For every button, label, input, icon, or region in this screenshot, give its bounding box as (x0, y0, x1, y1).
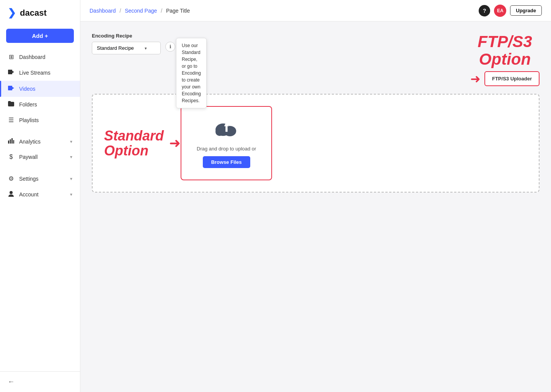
svg-rect-5 (10, 139, 11, 144)
chevron-down-icon: ▾ (70, 176, 72, 181)
standard-option-annotation: StandardOption ➜ (104, 128, 181, 158)
topbar: Dashboard / Second Page / Page Title ? E… (80, 0, 551, 21)
svg-rect-0 (8, 70, 12, 74)
browse-files-button[interactable]: Browse Files (203, 156, 250, 168)
breadcrumb: Dashboard / Second Page / Page Title (90, 8, 190, 14)
sidebar-item-label: Settings (19, 176, 39, 182)
sidebar-item-folders[interactable]: Folders (0, 97, 80, 112)
breadcrumb-dashboard[interactable]: Dashboard (90, 8, 116, 14)
sidebar-item-label: Analytics (19, 139, 41, 145)
topbar-right: ? EA Upgrade (479, 5, 542, 17)
sidebar-item-playlists[interactable]: ☰ Playlists (0, 112, 80, 128)
ftp-arrow-icon: ➜ (470, 72, 481, 86)
videos-icon (8, 85, 15, 93)
svg-point-12 (215, 128, 224, 136)
svg-rect-4 (8, 140, 9, 144)
standard-option-label: StandardOption (104, 128, 164, 158)
chevron-down-icon: ▾ (70, 139, 72, 144)
add-button[interactable]: Add + (6, 29, 74, 43)
drag-drop-text: Drag and drop to upload or (197, 146, 256, 152)
svg-rect-2 (8, 86, 12, 90)
dashboard-icon: ⊞ (8, 53, 15, 60)
sidebar-item-analytics[interactable]: Analytics ▾ (0, 134, 80, 149)
playlists-icon: ☰ (8, 116, 15, 124)
sidebar-item-live-streams[interactable]: Live Streams (0, 65, 80, 81)
upgrade-button[interactable]: Upgrade (510, 5, 542, 16)
ftp-s3-section: FTP/S3Option ➜ FTP/S3 Uploader (470, 33, 540, 86)
paywall-icon: $ (8, 154, 15, 160)
sidebar: ❯ dacast Add + ⊞ Dashboard Live Streams … (0, 0, 80, 392)
main-area: Dashboard / Second Page / Page Title ? E… (80, 0, 551, 392)
sidebar-item-label: Videos (19, 86, 36, 92)
account-icon (8, 191, 15, 198)
live-streams-icon (8, 69, 15, 77)
sidebar-item-label: Account (19, 191, 39, 198)
encoding-label: Encoding Recipe (92, 33, 175, 39)
logo-icon: ❯ (8, 7, 16, 19)
top-row: Encoding Recipe Standard Recipe ▾ ℹ Use … (92, 33, 540, 86)
sidebar-nav: ⊞ Dashboard Live Streams Videos Folders … (0, 49, 80, 203)
info-icon[interactable]: ℹ (165, 42, 175, 52)
ftp-arrow-row: ➜ FTP/S3 Uploader (470, 71, 540, 86)
sidebar-item-label: Paywall (19, 154, 37, 160)
sidebar-item-account[interactable]: Account ▾ (0, 186, 80, 203)
ftp-option-label: FTP/S3Option (478, 33, 532, 68)
tooltip: Use our Standard Recipe, or go to Encodi… (176, 38, 207, 108)
svg-point-8 (10, 191, 13, 194)
encoding-select-wrap: Standard Recipe ▾ (92, 42, 161, 54)
encoding-row: Standard Recipe ▾ ℹ Use our Standard Rec… (92, 42, 175, 54)
svg-marker-1 (12, 71, 14, 73)
encoding-select[interactable]: Standard Recipe (92, 42, 161, 54)
chevron-down-icon: ▾ (70, 192, 72, 197)
svg-marker-3 (12, 87, 14, 89)
sidebar-bottom: ← (0, 371, 80, 392)
encoding-section: Encoding Recipe Standard Recipe ▾ ℹ Use … (92, 33, 175, 62)
sidebar-item-videos[interactable]: Videos (0, 81, 80, 97)
logo-area: ❯ dacast (0, 0, 80, 26)
breadcrumb-second-page[interactable]: Second Page (125, 8, 157, 14)
folders-icon (8, 101, 15, 108)
logo-text: dacast (20, 8, 47, 18)
sidebar-item-dashboard[interactable]: ⊞ Dashboard (0, 49, 80, 65)
breadcrumb-page-title: Page Title (166, 8, 190, 14)
sidebar-item-paywall[interactable]: $ Paywall ▾ (0, 149, 80, 165)
svg-rect-7 (13, 140, 15, 144)
content-area: Encoding Recipe Standard Recipe ▾ ℹ Use … (80, 21, 551, 392)
ftp-s3-uploader-button[interactable]: FTP/S3 Uploader (484, 71, 540, 86)
sidebar-item-label: Dashboard (19, 54, 46, 60)
upload-zone[interactable]: StandardOption ➜ Drag and drop to u (92, 94, 540, 193)
back-arrow-icon[interactable]: ← (8, 378, 15, 385)
analytics-icon (8, 138, 15, 145)
sidebar-item-label: Playlists (19, 117, 39, 123)
settings-icon: ⚙ (8, 175, 15, 182)
standard-arrow-icon: ➜ (169, 135, 181, 151)
svg-rect-6 (11, 138, 13, 144)
avatar[interactable]: EA (494, 5, 506, 17)
chevron-down-icon: ▾ (70, 154, 72, 160)
sidebar-item-settings[interactable]: ⚙ Settings ▾ (0, 171, 80, 186)
sidebar-item-label: Live Streams (19, 70, 51, 76)
sidebar-item-label: Folders (19, 101, 37, 108)
help-button[interactable]: ? (479, 5, 490, 16)
cloud-upload-icon (213, 118, 240, 141)
upload-box: Drag and drop to upload or Browse Files (181, 106, 272, 180)
